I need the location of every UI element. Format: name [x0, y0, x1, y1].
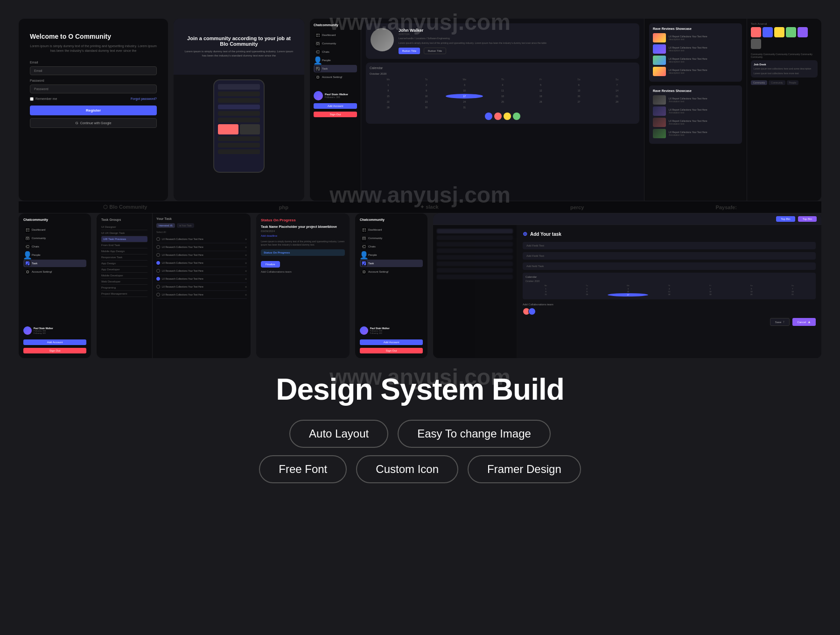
- remember-checkbox[interactable]: [30, 97, 34, 101]
- tg-front-end[interactable]: From End Task: [101, 242, 147, 248]
- task-check-2[interactable]: [156, 245, 160, 249]
- add-deadline-btn[interactable]: Add deadline: [261, 234, 345, 237]
- add-task-field-3[interactable]: Add field Task: [523, 262, 816, 270]
- login-subtitle: Lorem ipsum is simply dummy text of the …: [30, 44, 157, 53]
- tg-pm[interactable]: Project Management: [101, 291, 147, 297]
- comm2-account[interactable]: ⚙ Account Setting!: [360, 268, 423, 275]
- tg-programming[interactable]: Programing: [101, 285, 147, 291]
- task-check-8[interactable]: [156, 293, 160, 296]
- follow-button[interactable]: Button Title: [399, 48, 420, 54]
- sidebar-item-dashboard[interactable]: ⊞ Dashboard: [314, 31, 357, 39]
- login-title: Welcome to O Community: [30, 33, 111, 40]
- message-button[interactable]: Button Title: [424, 48, 446, 54]
- comm2-dashboard[interactable]: ⊞ Dashboard: [360, 226, 423, 233]
- task-sb-community[interactable]: ◎ Community: [23, 234, 86, 242]
- tg-ui-ux[interactable]: UI UX Design Task: [101, 230, 147, 236]
- comm2-task[interactable]: ☑ Task: [360, 260, 423, 267]
- task-remove-2[interactable]: ×: [245, 246, 247, 249]
- cancel-button[interactable]: Cancel ▲: [792, 318, 816, 326]
- tg-ui8[interactable]: UI8 Task Previews: [101, 236, 147, 242]
- save-button[interactable]: Save ↑: [770, 318, 790, 326]
- tg-app-dev[interactable]: App Developer: [101, 267, 147, 273]
- right-panel: Rave Reviews Showcase LX Report Collecti…: [644, 19, 747, 201]
- rave-title-2: Rave Reviews Showcase: [653, 89, 738, 92]
- comm2-chats[interactable]: ✉ Chats: [360, 243, 423, 250]
- sidebar-item-people[interactable]: 👤 People: [314, 56, 357, 64]
- comm2-sign-out[interactable]: Sign Out: [360, 348, 423, 353]
- forgot-password-link[interactable]: Forgot password?: [131, 97, 157, 100]
- task-item-7: LX Research Collections Your Text Here ×: [156, 283, 247, 291]
- task-sb-chats[interactable]: ✉ Chats: [23, 243, 86, 250]
- tg-responsive[interactable]: Responsive Task: [101, 254, 147, 261]
- comm-tab-2[interactable]: Community: [769, 80, 785, 85]
- tg-mobile[interactable]: Mobile App Design: [101, 248, 147, 254]
- comm2-people[interactable]: 👤 People: [360, 251, 423, 259]
- select-all-label[interactable]: Select All: [156, 231, 166, 233]
- task-name-label: Task Name Placeholder your project blowe…: [261, 225, 345, 228]
- top-btn-1[interactable]: Top Btn: [776, 216, 795, 222]
- task-remove-8[interactable]: ×: [245, 293, 247, 296]
- sidebar-item-task[interactable]: ☑ Task: [314, 65, 357, 72]
- feature-easy-image[interactable]: Easy To change Image: [398, 420, 551, 448]
- people-icon: 👤: [316, 58, 320, 62]
- tg-ui-designer[interactable]: UI Designer: [101, 224, 147, 230]
- comm-tab-3[interactable]: People: [787, 80, 799, 85]
- task-check-3[interactable]: [156, 253, 160, 257]
- comm2-add-account[interactable]: Add Account: [360, 339, 423, 345]
- brand-bar-top: ⬡ Blo Community php ✦ slack percy Paysaf…: [19, 201, 821, 213]
- user-avatar: [371, 28, 394, 51]
- sidebar-item-community[interactable]: ◎ Community: [314, 40, 357, 47]
- sign-out-button[interactable]: Sign Out: [314, 112, 357, 117]
- task-sb-community-icon: ◎: [26, 236, 29, 240]
- task-remove-7[interactable]: ×: [245, 285, 247, 289]
- feature-free-font[interactable]: Free Font: [259, 455, 347, 483]
- email-input[interactable]: [30, 66, 157, 75]
- register-button[interactable]: Register: [30, 106, 157, 115]
- task-item-1: LX Research Collections Your Text Here ×: [156, 235, 247, 243]
- job-desk-text: Lorem ipsum text collections here and so…: [754, 67, 815, 71]
- comm2-community-icon: ◎: [362, 236, 366, 240]
- task-check-4[interactable]: [156, 261, 160, 265]
- google-login-button[interactable]: G Continue with Google: [30, 118, 157, 128]
- task-sb-task-icon: ☑: [26, 261, 29, 265]
- task-check-7[interactable]: [156, 285, 160, 289]
- feature-custom-icon[interactable]: Custom Icon: [356, 455, 458, 483]
- brand-paysafe: Paysafe:: [716, 205, 737, 210]
- task-tab-your-task[interactable]: ⊕ Your Task: [177, 223, 194, 228]
- task-check-6[interactable]: [156, 277, 160, 281]
- sidebar-item-account[interactable]: ⚙ Account Setting!: [314, 73, 357, 81]
- task-remove-6[interactable]: ×: [245, 277, 247, 281]
- tech-arsenal-panel: Tech Arsenal Community Community Communi…: [747, 19, 821, 201]
- task-check-1[interactable]: [156, 237, 160, 241]
- task-check-5[interactable]: [156, 269, 160, 273]
- comm-tab-1[interactable]: Community: [751, 80, 767, 85]
- tg-mobile-dev[interactable]: Mobile Developer: [101, 273, 147, 279]
- task-remove-4[interactable]: ×: [245, 261, 247, 265]
- feature-framer-design[interactable]: Framer Design: [468, 455, 581, 483]
- people-avatar-4: [513, 113, 520, 120]
- comm2-avatar: [360, 326, 368, 335]
- tg-web-dev[interactable]: Web Developer: [101, 279, 147, 285]
- tg-app[interactable]: App Design: [101, 261, 147, 267]
- finalize-button[interactable]: Finalize: [261, 261, 280, 268]
- task-sidebar-add-account[interactable]: Add Account: [23, 339, 86, 345]
- email-label: Email: [30, 61, 157, 64]
- task-sb-dashboard[interactable]: ⊞ Dashboard: [23, 226, 86, 233]
- comm2-community[interactable]: ◎ Community: [360, 234, 423, 242]
- task-sb-task[interactable]: ☑ Task: [23, 260, 86, 267]
- sidebar-item-chats[interactable]: ✉ Chats: [314, 48, 357, 56]
- task-sidebar-sign-out[interactable]: Sign Out: [23, 348, 86, 353]
- add-task-field-1[interactable]: Add Field Text: [523, 242, 816, 249]
- add-account-button[interactable]: Add Account: [314, 103, 357, 109]
- task-remove-3[interactable]: ×: [245, 254, 247, 257]
- rave-item-6: LX Report Collections Your Text HereAnno…: [653, 106, 738, 116]
- task-sb-account[interactable]: ⚙ Account Setting!: [23, 268, 86, 275]
- add-task-field-2[interactable]: Add Field Text: [523, 252, 816, 260]
- password-input[interactable]: [30, 85, 157, 93]
- feature-auto-layout[interactable]: Auto Layout: [289, 420, 388, 448]
- task-remove-1[interactable]: ×: [245, 238, 247, 241]
- task-sb-people[interactable]: 👤 People: [23, 251, 86, 259]
- task-remove-5[interactable]: ×: [245, 269, 247, 273]
- top-btn-2[interactable]: Top Btn: [798, 216, 817, 222]
- task-tab-interested[interactable]: Interested (4): [156, 223, 175, 228]
